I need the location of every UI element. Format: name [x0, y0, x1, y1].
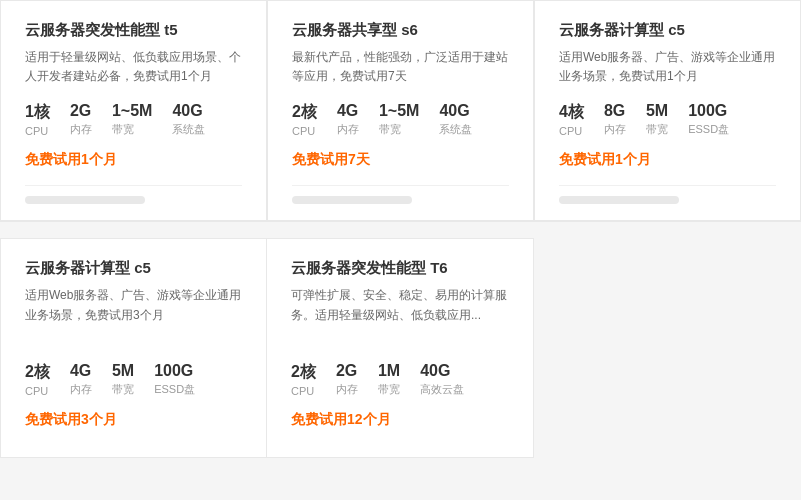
spec-bw-label: 带宽: [646, 122, 668, 137]
card-t5-desc: 适用于轻量级网站、低负载应用场景、个人开发者建站必备，免费试用1个月: [25, 48, 242, 86]
card-t6-title: 云服务器突发性能型 T6: [291, 259, 509, 278]
spec-disk-value: 40G: [420, 362, 450, 380]
card-s6-footer: [292, 185, 509, 204]
spec-bw-value: 1M: [378, 362, 400, 380]
spec-disk-label: 系统盘: [172, 122, 205, 137]
card-s6[interactable]: 云服务器共享型 s6 最新代产品，性能强劲，广泛适用于建站等应用，免费试用7天 …: [267, 0, 534, 221]
card-c5-2-specs: 2核 CPU 4G 内存 5M 带宽 100G ESSD盘: [25, 362, 242, 397]
spec-cpu-value: 2核: [291, 362, 316, 383]
spec-mem-value: 4G: [337, 102, 358, 120]
spec-bw-value: 5M: [646, 102, 668, 120]
spec-bw-label: 带宽: [378, 382, 400, 397]
spec-bw-value: 5M: [112, 362, 134, 380]
spec-cpu-label: CPU: [25, 125, 48, 137]
card-t5-specs: 1核 CPU 2G 内存 1~5M 带宽 40G 系统盘: [25, 102, 242, 137]
card-c5-1[interactable]: 云服务器计算型 c5 适用Web服务器、广告、游戏等企业通用业务场景，免费试用1…: [534, 0, 801, 221]
card-t6-desc: 可弹性扩展、安全、稳定、易用的计算服务。适用轻量级网站、低负载应用...: [291, 286, 509, 346]
card-c5-1-desc: 适用Web服务器、广告、游戏等企业通用业务场景，免费试用1个月: [559, 48, 776, 86]
spec-cpu-value: 2核: [292, 102, 317, 123]
spec-disk-label: 高效云盘: [420, 382, 464, 397]
spec-disk-label: ESSD盘: [154, 382, 195, 397]
spec-disk-value: 100G: [688, 102, 727, 120]
spec-bw-value: 1~5M: [379, 102, 419, 120]
card-t6-specs: 2核 CPU 2G 内存 1M 带宽 40G 高效云盘: [291, 362, 509, 397]
spec-disk-value: 100G: [154, 362, 193, 380]
card-c5-1-title: 云服务器计算型 c5: [559, 21, 776, 40]
spec-mem-label: 内存: [70, 122, 92, 137]
card-t5[interactable]: 云服务器突发性能型 t5 适用于轻量级网站、低负载应用场景、个人开发者建站必备，…: [0, 0, 267, 221]
spec-cpu-label: CPU: [291, 385, 314, 397]
card-c5-1-footer: [559, 185, 776, 204]
spec-mem-value: 2G: [70, 102, 91, 120]
spec-disk-value: 40G: [439, 102, 469, 120]
spec-mem-value: 2G: [336, 362, 357, 380]
spec-cpu-value: 2核: [25, 362, 50, 383]
spec-bw-label: 带宽: [112, 382, 134, 397]
spec-disk-value: 40G: [172, 102, 202, 120]
spec-disk-label: ESSD盘: [688, 122, 729, 137]
card-c5-1-specs: 4核 CPU 8G 内存 5M 带宽 100G ESSD盘: [559, 102, 776, 137]
spec-bw-value: 1~5M: [112, 102, 152, 120]
spec-mem-label: 内存: [337, 122, 359, 137]
spec-mem-label: 内存: [336, 382, 358, 397]
card-s6-title: 云服务器共享型 s6: [292, 21, 509, 40]
card-t5-footer: [25, 185, 242, 204]
card-c5-1-trial: 免费试用1个月: [559, 151, 776, 169]
card-t6[interactable]: 云服务器突发性能型 T6 可弹性扩展、安全、稳定、易用的计算服务。适用轻量级网站…: [267, 238, 534, 458]
card-t5-title: 云服务器突发性能型 t5: [25, 21, 242, 40]
spec-disk-label: 系统盘: [439, 122, 472, 137]
empty-cell: [534, 238, 801, 458]
footer-bar: [292, 196, 412, 204]
spec-cpu-label: CPU: [292, 125, 315, 137]
footer-bar: [25, 196, 145, 204]
card-s6-desc: 最新代产品，性能强劲，广泛适用于建站等应用，免费试用7天: [292, 48, 509, 86]
spec-mem-label: 内存: [604, 122, 626, 137]
card-t6-trial: 免费试用12个月: [291, 411, 509, 429]
spec-mem-label: 内存: [70, 382, 92, 397]
spec-bw-label: 带宽: [379, 122, 401, 137]
spec-cpu-label: CPU: [25, 385, 48, 397]
spec-cpu-label: CPU: [559, 125, 582, 137]
footer-bar: [559, 196, 679, 204]
card-c5-2[interactable]: 云服务器计算型 c5 适用Web服务器、广告、游戏等企业通用业务场景，免费试用3…: [0, 238, 267, 458]
spec-cpu-value: 4核: [559, 102, 584, 123]
card-s6-trial: 免费试用7天: [292, 151, 509, 169]
card-t5-trial: 免费试用1个月: [25, 151, 242, 169]
card-s6-specs: 2核 CPU 4G 内存 1~5M 带宽 40G 系统盘: [292, 102, 509, 137]
spec-bw-label: 带宽: [112, 122, 134, 137]
spec-mem-value: 4G: [70, 362, 91, 380]
card-c5-2-desc: 适用Web服务器、广告、游戏等企业通用业务场景，免费试用3个月: [25, 286, 242, 346]
spec-cpu-value: 1核: [25, 102, 50, 123]
spec-mem-value: 8G: [604, 102, 625, 120]
card-c5-2-title: 云服务器计算型 c5: [25, 259, 242, 278]
card-c5-2-trial: 免费试用3个月: [25, 411, 242, 429]
